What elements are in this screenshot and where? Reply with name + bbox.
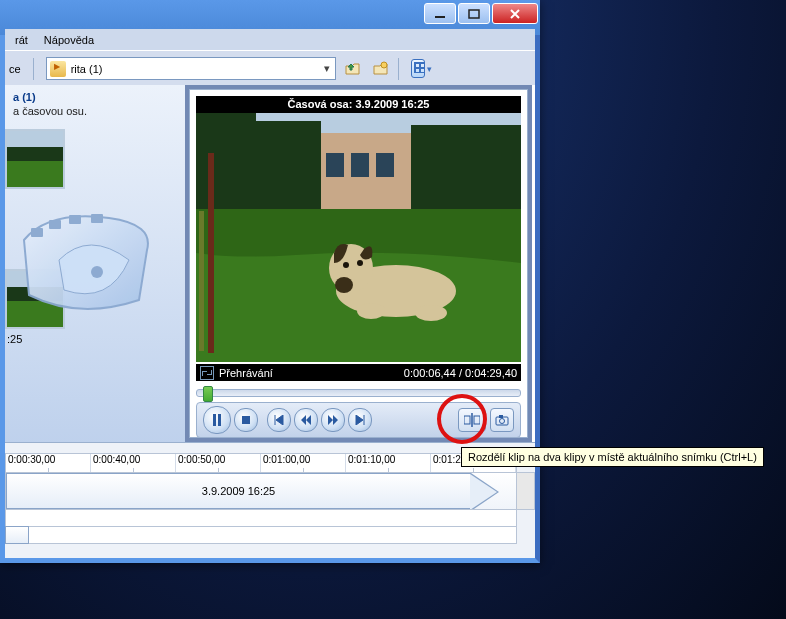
- svg-rect-18: [376, 153, 394, 177]
- menu-item-1[interactable]: rát: [7, 31, 36, 49]
- folder-icon: [50, 61, 66, 77]
- svg-rect-24: [199, 211, 204, 351]
- preview-timestamp: Časová osa: 3.9.2009 16:25: [196, 96, 521, 113]
- svg-point-39: [500, 419, 505, 424]
- content-area: a (1) a časovou osu. :25: [5, 85, 535, 558]
- prev-frame-button[interactable]: [294, 408, 318, 432]
- timeline-tick: 0:00:40,00: [91, 454, 176, 472]
- film-reel-icon: [19, 210, 169, 340]
- next-frame-button[interactable]: [321, 408, 345, 432]
- svg-point-2: [381, 62, 387, 68]
- toolbar: ce rita (1) ▾ ▾: [5, 50, 535, 86]
- toolbar-separator: [398, 58, 399, 80]
- svg-rect-32: [213, 414, 216, 426]
- preview-pane: Časová osa: 3.9.2009 16:25: [185, 85, 532, 442]
- chevron-down-icon: ▾: [427, 64, 432, 74]
- timeline-area: 0:00:30,00 0:00:40,00 0:00:50,00 0:01:00…: [5, 442, 535, 558]
- seek-thumb[interactable]: [203, 386, 213, 402]
- collection-title: a (1): [13, 91, 188, 103]
- svg-rect-10: [31, 228, 43, 237]
- folder-name: rita (1): [69, 63, 319, 75]
- split-clip-tooltip: Rozdělí klip na dva klipy v místě aktuál…: [461, 447, 764, 467]
- svg-rect-17: [351, 153, 369, 177]
- prev-clip-button[interactable]: [267, 408, 291, 432]
- playback-status-label: Přehrávání: [219, 367, 404, 379]
- collection-hint: a časovou osu.: [13, 105, 188, 117]
- svg-rect-12: [69, 215, 81, 224]
- svg-rect-21: [411, 125, 521, 213]
- video-frame[interactable]: [196, 113, 521, 362]
- svg-rect-0: [435, 16, 445, 18]
- stop-button[interactable]: [234, 408, 258, 432]
- svg-point-28: [343, 262, 349, 268]
- timeline-tick: 0:01:00,00: [261, 454, 346, 472]
- new-folder-icon[interactable]: [369, 57, 392, 80]
- task-pane: a (1) a časovou osu. :25: [5, 85, 197, 454]
- folder-selector[interactable]: rita (1) ▾: [46, 57, 336, 80]
- chevron-down-icon[interactable]: ▾: [319, 62, 335, 75]
- svg-rect-16: [326, 153, 344, 177]
- clip-thumbnail[interactable]: [5, 129, 65, 189]
- pause-button[interactable]: [203, 406, 231, 434]
- timeline-transition-track[interactable]: [5, 509, 517, 527]
- minimize-button[interactable]: [424, 3, 456, 24]
- views-button[interactable]: ▾: [410, 57, 433, 80]
- svg-point-9: [91, 266, 103, 278]
- timeline-tick: 0:00:50,00: [176, 454, 261, 472]
- svg-rect-13: [91, 214, 103, 223]
- svg-point-29: [357, 260, 363, 266]
- svg-rect-35: [464, 416, 470, 424]
- toolbar-separator: [33, 58, 34, 80]
- playback-controls: [196, 402, 521, 438]
- take-snapshot-button[interactable]: [490, 408, 514, 432]
- svg-point-30: [357, 303, 385, 319]
- toolbar-fragment-label: ce: [9, 63, 21, 75]
- svg-rect-40: [499, 415, 503, 418]
- up-folder-icon[interactable]: [341, 57, 364, 80]
- timeline-scrollbar[interactable]: [516, 472, 535, 510]
- svg-rect-20: [251, 121, 321, 213]
- timeline-tick: 0:00:30,00: [6, 454, 91, 472]
- timeline-audio-clip[interactable]: [5, 526, 29, 544]
- timeline-audio-track[interactable]: [5, 526, 517, 544]
- svg-rect-34: [242, 416, 250, 424]
- svg-rect-19: [196, 113, 256, 213]
- preview-status-bar: Přehrávání 0:00:06,44 / 0:04:29,40: [196, 364, 521, 381]
- fullscreen-icon[interactable]: [200, 366, 214, 380]
- svg-rect-36: [474, 416, 480, 424]
- svg-point-27: [335, 277, 353, 293]
- close-button[interactable]: [492, 3, 538, 24]
- svg-rect-1: [469, 10, 479, 18]
- timeline-video-track[interactable]: 3.9.2009 16:25: [5, 472, 517, 510]
- timeline-clip[interactable]: 3.9.2009 16:25: [6, 473, 471, 509]
- svg-rect-33: [218, 414, 221, 426]
- timeline-tick: 0:01:10,00: [346, 454, 431, 472]
- split-clip-button[interactable]: [458, 408, 486, 432]
- svg-rect-23: [208, 153, 214, 353]
- menu-item-2[interactable]: Nápověda: [36, 31, 102, 49]
- seek-track[interactable]: [196, 389, 521, 397]
- timeline-ruler[interactable]: 0:00:30,00 0:00:40,00 0:00:50,00 0:01:00…: [5, 453, 517, 473]
- views-grid-icon: [411, 59, 425, 78]
- playback-time: 0:00:06,44 / 0:04:29,40: [404, 367, 517, 379]
- svg-rect-11: [49, 220, 61, 229]
- app-window: rát Nápověda ce rita (1) ▾ ▾ a (1) a čas…: [0, 0, 540, 563]
- maximize-button[interactable]: [458, 3, 490, 24]
- svg-rect-5: [7, 161, 63, 187]
- seek-bar[interactable]: [196, 386, 521, 400]
- svg-point-31: [415, 305, 447, 321]
- menubar: rát Nápověda: [5, 29, 535, 50]
- next-clip-button[interactable]: [348, 408, 372, 432]
